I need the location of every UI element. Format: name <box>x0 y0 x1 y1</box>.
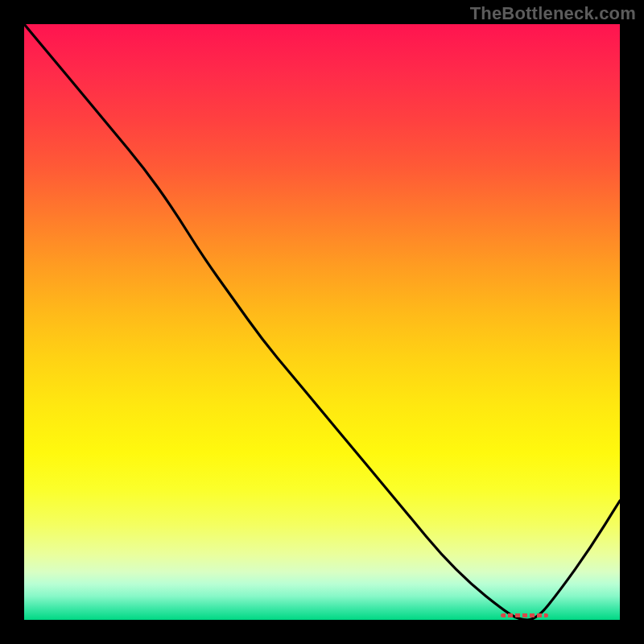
min-marker <box>501 613 548 617</box>
curve-svg <box>24 24 620 620</box>
chart-frame: TheBottleneck.com <box>0 0 644 644</box>
plot-area <box>24 24 620 620</box>
bottleneck-curve-path <box>24 24 620 620</box>
min-marker-dash <box>501 613 548 617</box>
watermark-text: TheBottleneck.com <box>470 3 636 24</box>
